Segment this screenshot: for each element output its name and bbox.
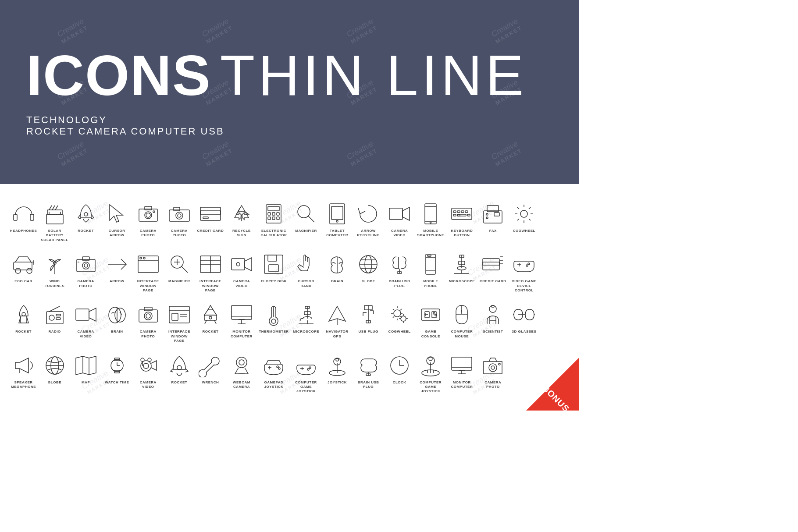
icon-label: BRAIN — [111, 330, 123, 334]
svg-rect-21 — [200, 211, 221, 214]
brain2-icon — [104, 301, 130, 328]
svg-rect-122 — [76, 309, 89, 320]
svg-rect-5 — [47, 210, 62, 214]
svg-rect-174 — [492, 305, 494, 307]
icon-label: BRAIN — [331, 279, 343, 284]
list-item: ROCKET — [196, 298, 225, 347]
svg-marker-182 — [76, 356, 96, 375]
icon-label: ECO CAR — [14, 279, 32, 284]
icon-label: CAMERA PHOTO — [72, 279, 100, 288]
svg-rect-46 — [465, 211, 468, 213]
list-item — [541, 197, 570, 246]
icon-label: CURSOR ARROW — [103, 229, 131, 238]
list-item: MOBILE SMARTPHONE — [416, 197, 445, 246]
globe2-icon — [42, 352, 68, 379]
svg-rect-85 — [264, 255, 283, 273]
list-item: HEADPHONES — [9, 197, 38, 246]
svg-point-171 — [489, 305, 496, 312]
thermometer-icon — [260, 301, 287, 328]
icon-label: COGWHEEL — [388, 330, 411, 334]
list-item: GAMEPAD JOYSTICK — [258, 349, 289, 397]
list-item: CAMERA VIDEO — [71, 298, 100, 347]
svg-point-54 — [486, 213, 488, 215]
svg-point-73 — [143, 257, 145, 259]
camera-video-icon — [386, 201, 413, 227]
svg-rect-99 — [428, 255, 431, 256]
list-item: WATCH TIME — [102, 349, 132, 397]
credit-card-icon — [197, 201, 224, 227]
list-item: BRAIN USB PLUG — [354, 349, 383, 397]
icon-label: ARROW RECYCLING — [355, 229, 382, 238]
svg-rect-25 — [268, 213, 271, 215]
svg-rect-53 — [494, 213, 499, 216]
gamepad2-icon — [260, 352, 287, 379]
list-item: ROCKET — [71, 197, 100, 246]
list-item: MAGNIFIER — [291, 197, 321, 246]
svg-rect-17 — [174, 207, 180, 211]
svg-point-219 — [429, 357, 432, 361]
camera-photo3-icon — [135, 301, 161, 328]
icon-label: CAMERA VIDEO — [134, 380, 162, 390]
svg-point-19 — [178, 214, 181, 217]
svg-point-15 — [153, 211, 155, 213]
cogwheel-icon — [511, 201, 537, 227]
list-item: COMPUTER GAME JOYSTICK — [416, 349, 445, 397]
icon-label: WRENCH — [202, 380, 219, 385]
svg-point-193 — [148, 358, 151, 362]
svg-point-56 — [520, 210, 527, 217]
svg-rect-26 — [272, 213, 275, 215]
icon-label: RADIO — [48, 330, 61, 334]
list-item: CAMERA PHOTO — [133, 197, 163, 246]
video-camera4-icon — [135, 352, 161, 379]
icon-label: SCIENTIST — [483, 330, 503, 334]
svg-rect-86 — [268, 255, 277, 261]
list-item: RECYCLE SIGN — [227, 197, 256, 246]
svg-rect-22 — [203, 217, 208, 219]
list-item: TABLET COMPUTER — [323, 197, 352, 246]
svg-rect-87 — [269, 265, 278, 272]
icon-label: MAGNIFIER — [168, 279, 190, 284]
list-item: ARROW — [102, 248, 132, 296]
video-camera2-icon — [228, 251, 255, 277]
rocket2-icon — [11, 301, 37, 328]
svg-rect-82 — [232, 259, 245, 270]
svg-point-159 — [394, 310, 401, 317]
icon-label: WATCH TIME — [105, 380, 129, 385]
svg-point-205 — [309, 367, 311, 369]
svg-rect-36 — [389, 208, 403, 220]
svg-rect-120 — [56, 318, 61, 319]
icon-label: SOLAR BATTERY SOLAR PANEL — [41, 229, 68, 242]
icon-label: COMPUTER GAME JOYSTICK — [292, 380, 320, 394]
icon-label: NAVIGATOR GPS — [324, 330, 351, 339]
svg-point-128 — [144, 312, 152, 320]
svg-point-166 — [433, 312, 435, 314]
icon-label: GAME CONSOLE — [417, 330, 445, 339]
video-camera3-icon — [73, 301, 99, 328]
cursor-arrow-icon — [104, 201, 130, 227]
list-item: COGWHEEL — [385, 298, 414, 347]
icon-label: KEYBOARD BUTTON — [448, 229, 476, 238]
arrow-right-icon — [104, 251, 130, 277]
monitor2-icon — [449, 352, 475, 379]
list-item — [509, 349, 539, 397]
svg-rect-14 — [145, 206, 152, 210]
list-item: MICROSCOPE — [447, 248, 477, 296]
magnifier2-icon — [166, 251, 192, 277]
svg-point-227 — [489, 364, 497, 372]
svg-point-58 — [15, 268, 21, 273]
icon-label: RECYCLE SIGN — [228, 229, 255, 238]
list-item: INTERFACE WINDOW PAGE — [196, 248, 225, 296]
list-item: ROCKET — [9, 298, 38, 347]
svg-rect-119 — [56, 314, 61, 316]
list-item: GLOBE — [40, 349, 69, 397]
svg-rect-38 — [425, 204, 436, 224]
svg-rect-70 — [138, 256, 158, 273]
icon-label: BRAIN USB PLUG — [386, 279, 413, 288]
list-item: KEYBOARD BUTTON — [447, 197, 477, 246]
icon-label: COGWHEEL — [513, 229, 535, 233]
icon-label: INTERFACE WINDOW PAGE — [165, 330, 193, 343]
icon-label: ROCKET — [202, 330, 218, 334]
icon-label: CAMERA VIDEO — [72, 330, 100, 339]
icon-label: CAMERA VIDEO — [386, 229, 413, 238]
list-item: CURSOR ARROW — [102, 197, 132, 246]
